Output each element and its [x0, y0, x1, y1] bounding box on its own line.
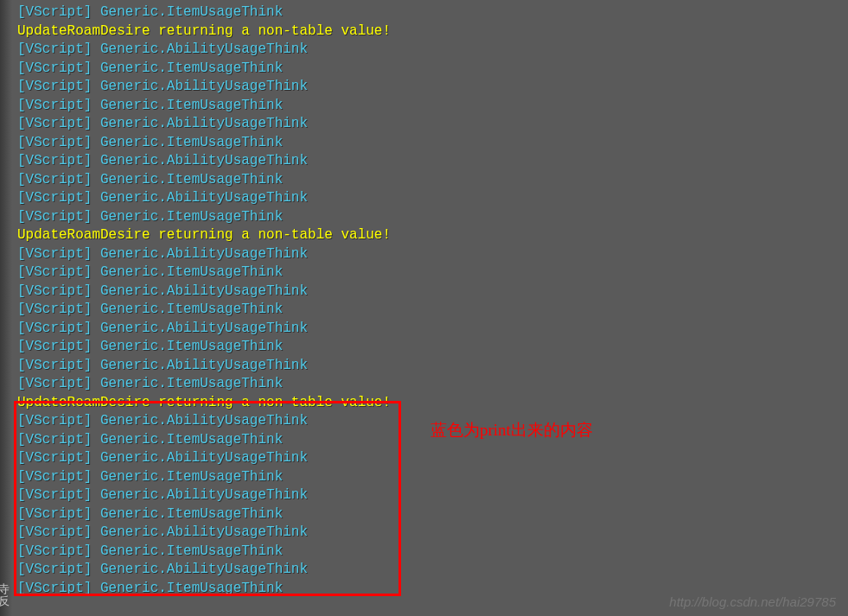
console-line: [VScript] Generic.AbilityUsageThink [17, 320, 848, 339]
annotation-text: 蓝色为print出来的内容 [430, 421, 593, 440]
console-line: [VScript] Generic.AbilityUsageThink [17, 524, 848, 543]
console-line: [VScript] Generic.AbilityUsageThink [17, 561, 848, 580]
console-line: [VScript] Generic.ItemUsageThink [17, 264, 848, 283]
console-line: [VScript] Generic.AbilityUsageThink [17, 152, 848, 171]
watermark-text: http://blog.csdn.net/hai29785 [669, 593, 836, 612]
console-line: UpdateRoamDesire returning a non-table v… [17, 22, 848, 41]
console-line: UpdateRoamDesire returning a non-table v… [17, 226, 848, 245]
console-line: [VScript] Generic.ItemUsageThink [17, 97, 848, 116]
console-line: [VScript] Generic.AbilityUsageThink [17, 283, 848, 302]
console-line: [VScript] Generic.ItemUsageThink [17, 60, 848, 79]
console-line: UpdateRoamDesire returning a non-table v… [17, 394, 848, 413]
console-line: [VScript] Generic.AbilityUsageThink [17, 245, 848, 264]
console-line: [VScript] Generic.AbilityUsageThink [17, 449, 848, 468]
console-line: [VScript] Generic.ItemUsageThink [17, 134, 848, 153]
console-line: [VScript] Generic.AbilityUsageThink [17, 41, 848, 60]
console-line: [VScript] Generic.ItemUsageThink [17, 505, 848, 524]
console-line: [VScript] Generic.AbilityUsageThink [17, 78, 848, 97]
console-line: [VScript] Generic.AbilityUsageThink [17, 115, 848, 134]
console-line: [VScript] Generic.ItemUsageThink [17, 301, 848, 320]
console-line: [VScript] Generic.AbilityUsageThink [17, 486, 848, 505]
console-line: [VScript] Generic.ItemUsageThink [17, 468, 848, 487]
console-line: [VScript] Generic.AbilityUsageThink [17, 357, 848, 376]
console-line: [VScript] Generic.ItemUsageThink [17, 208, 848, 227]
console-line: [VScript] Generic.ItemUsageThink [17, 543, 848, 562]
console-line: [VScript] Generic.ItemUsageThink [17, 171, 848, 190]
console-line: [VScript] Generic.ItemUsageThink [17, 3, 848, 22]
console-line: [VScript] Generic.ItemUsageThink [17, 375, 848, 394]
console-line: [VScript] Generic.ItemUsageThink [17, 338, 848, 357]
console-output[interactable]: [VScript] Generic.ItemUsageThinkUpdateRo… [0, 0, 848, 598]
console-line: [VScript] Generic.AbilityUsageThink [17, 189, 848, 208]
